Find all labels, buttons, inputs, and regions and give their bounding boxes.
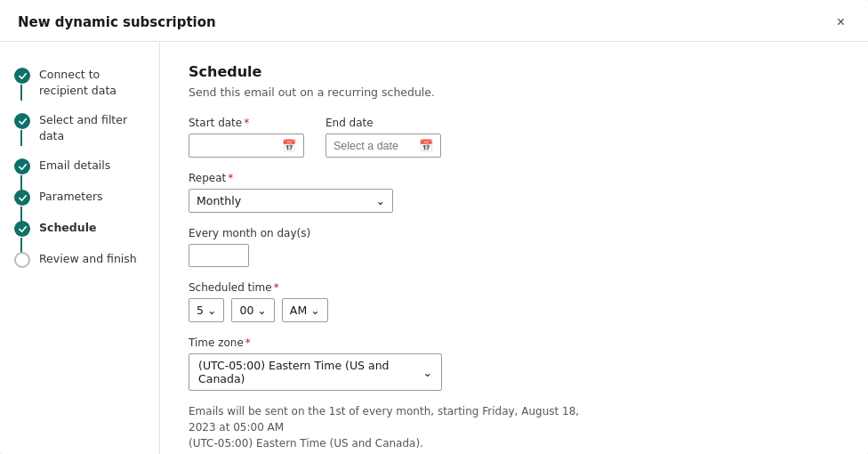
start-date-label: Start date* [189,117,304,129]
sidebar-item-parameters[interactable]: Parameters [0,182,159,213]
every-month-label: Every month on day(s) [189,227,840,239]
end-date-field[interactable] [334,140,414,152]
modal-title: New dynamic subscription [18,14,216,30]
hour-chevron-icon: ⌄ [207,304,216,317]
tz-chevron-icon: ⌄ [423,366,432,379]
time-row: 5 ⌄ 00 ⌄ AM ⌄ [189,298,840,322]
end-date-calendar-icon[interactable]: 📅 [419,139,433,152]
step-icon-review [14,252,30,268]
sidebar-item-email[interactable]: Email details [0,150,159,182]
step-icon-schedule [14,221,30,237]
timezone-group: Time zone* (UTC-05:00) Eastern Time (US … [189,336,840,391]
time-hour-select[interactable]: 5 ⌄ [189,298,224,322]
sidebar-item-connect[interactable]: Connect to recipient data [0,60,159,105]
repeat-chevron-icon: ⌄ [376,194,385,207]
timezone-select[interactable]: (UTC-05:00) Eastern Time (US and Canada)… [189,353,442,391]
info-text: Emails will be sent on the 1st of every … [189,403,598,451]
step-label-select: Select and filter data [39,112,145,143]
every-month-input[interactable]: 1 [189,244,249,267]
time-ampm-select[interactable]: AM ⌄ [282,298,328,322]
sidebar-item-select[interactable]: Select and filter data [0,105,159,150]
start-date-input[interactable]: 8/18/2023 📅 [189,134,304,158]
step-label-schedule: Schedule [39,220,96,236]
every-month-group: Every month on day(s) 1 [189,227,840,267]
close-button[interactable]: × [832,12,850,32]
step-label-review: Review and finish [39,251,137,267]
step-icon-connect [14,68,30,84]
step-icon-email [14,158,30,174]
repeat-group: Repeat* Monthly ⌄ [189,172,840,213]
main-content: Schedule Send this email out on a recurr… [160,42,868,454]
end-date-label: End date [326,117,441,129]
sidebar-item-review[interactable]: Review and finish [0,244,159,275]
end-date-group: End date 📅 [326,117,441,158]
step-label-connect: Connect to recipient data [39,67,145,98]
step-label-parameters: Parameters [39,189,103,205]
sidebar-item-schedule[interactable]: Schedule [0,213,159,244]
end-date-input[interactable]: 📅 [326,134,441,158]
modal-header: New dynamic subscription × [0,0,868,42]
repeat-select[interactable]: Monthly ⌄ [189,189,393,213]
start-date-field[interactable]: 8/18/2023 [197,140,277,152]
time-minute-select[interactable]: 00 ⌄ [231,298,274,322]
step-icon-parameters [14,190,30,206]
ampm-chevron-icon: ⌄ [310,304,319,317]
step-label-email: Email details [39,158,110,174]
scheduled-time-group: Scheduled time* 5 ⌄ 00 ⌄ AM ⌄ [189,281,840,322]
timezone-label: Time zone* [189,336,840,349]
start-date-group: Start date* 8/18/2023 📅 [189,117,304,158]
section-title: Schedule [189,63,840,80]
scheduled-time-label: Scheduled time* [189,281,840,294]
repeat-label: Repeat* [189,172,840,184]
section-desc: Send this email out on a recurring sched… [189,85,840,99]
start-date-calendar-icon[interactable]: 📅 [282,139,296,152]
sidebar: Connect to recipient dataSelect and filt… [0,42,160,454]
modal: New dynamic subscription × Connect to re… [0,0,868,454]
date-row: Start date* 8/18/2023 📅 End date 📅 [189,117,840,158]
modal-body: Connect to recipient dataSelect and filt… [0,42,868,454]
step-icon-select [14,113,30,129]
minute-chevron-icon: ⌄ [257,304,266,317]
